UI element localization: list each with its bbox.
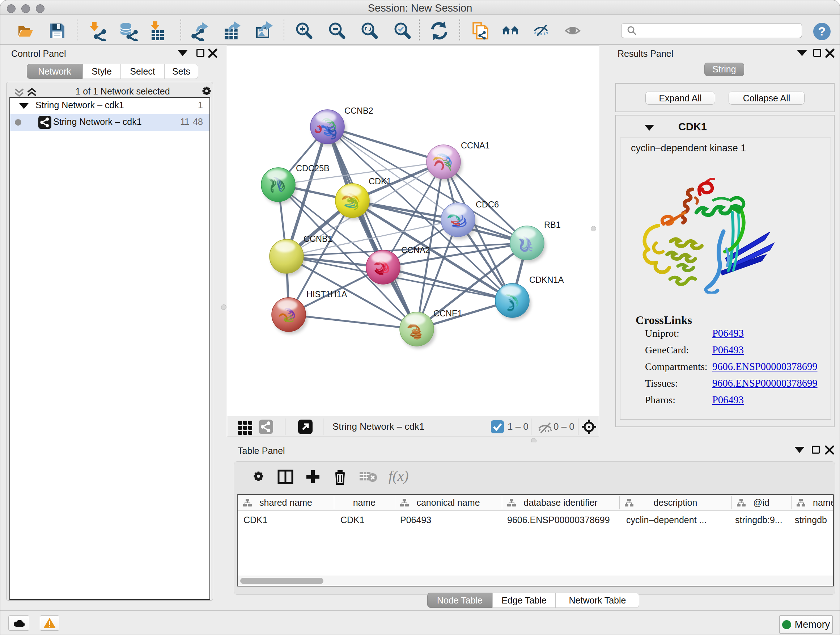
svg-text:?: ? bbox=[818, 24, 826, 38]
svg-text:RB1: RB1 bbox=[544, 220, 561, 230]
svg-text:CCNA2: CCNA2 bbox=[401, 245, 430, 255]
svg-text:CCNB1: CCNB1 bbox=[303, 234, 332, 244]
svg-text:CDC25B: CDC25B bbox=[296, 164, 330, 173]
svg-text:CDC6: CDC6 bbox=[476, 200, 499, 209]
svg-text:CDK1: CDK1 bbox=[369, 177, 392, 186]
svg-text:CCNB2: CCNB2 bbox=[344, 106, 373, 116]
svg-text:CCNE1: CCNE1 bbox=[433, 309, 462, 318]
svg-text:CCNA1: CCNA1 bbox=[461, 141, 490, 150]
svg-text:CDKN1A: CDKN1A bbox=[529, 275, 564, 285]
svg-text:HIST1H1A: HIST1H1A bbox=[306, 290, 347, 299]
